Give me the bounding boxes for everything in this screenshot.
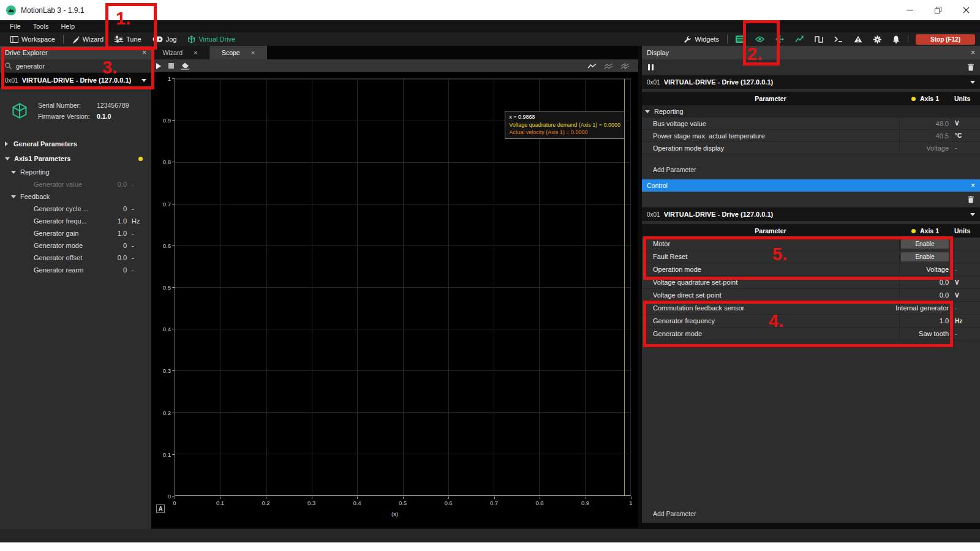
parameter-row-operation-mode-display[interactable]: Operation mode displayVoltage- [642,142,980,154]
motion-widget-button[interactable] [770,32,790,46]
parameter-row-fault-reset[interactable]: Fault ResetEnable [642,250,980,263]
trash-icon[interactable] [968,64,974,71]
tree-group-reporting[interactable]: Reporting [0,166,151,178]
tab-close-icon[interactable]: × [194,49,197,56]
parameter-value-cell[interactable]: Enable [899,238,951,250]
tab-scope[interactable]: Scope× [209,46,267,59]
display-widget-header[interactable]: Display × [642,46,980,59]
parameter-row-motor[interactable]: MotorEnable [642,238,980,250]
param-value[interactable]: 1.0 [105,230,127,237]
parameter-value[interactable]: Saw tooth [919,330,949,337]
param-value[interactable]: 0 [105,242,127,249]
scope-stop-button[interactable] [168,63,174,69]
expand-arrow-icon[interactable] [5,141,8,146]
parameter-value[interactable]: Voltage [926,266,949,273]
parameter-row-bus-voltage-value[interactable]: Bus voltage value48.0V [642,118,980,130]
parameter-value[interactable]: 0.0 [940,291,949,299]
minimize-button[interactable] [895,0,924,20]
stop-button[interactable]: Stop (F12) [916,34,975,45]
control-drive-dropdown[interactable]: 0x01 VIRTUAL-DRIVE - Drive (127.0.0.1) [642,208,980,221]
trash-icon[interactable] [968,196,974,203]
settings-button[interactable] [868,32,887,46]
tree-section-axis1-parameters[interactable]: Axis1 Parameters [0,151,151,166]
parameter-value-cell[interactable]: Voltage [899,263,951,276]
tree-param-generator-frequ[interactable]: Generator frequ...1.0Hz [0,215,151,227]
tree-param-generator-rearm[interactable]: Generator rearm0- [0,264,151,276]
menu-help[interactable]: Help [55,23,81,30]
scope-plot-area[interactable]: (s) A x = 0.9868 Voltage quadrature dema… [151,72,638,528]
collapse-arrow-icon[interactable] [11,171,16,174]
parameter-value-cell[interactable]: 1.0 [899,315,951,327]
scope-clear-icon[interactable] [181,62,189,70]
display-drive-dropdown[interactable]: 0x01 VIRTUAL-DRIVE - Drive (127.0.0.1) [642,75,980,89]
parameter-value-cell[interactable]: Enable [899,250,951,263]
scope-widget-button[interactable] [790,32,809,46]
collapse-arrow-icon[interactable] [5,157,10,160]
pause-icon[interactable] [648,64,654,70]
tune-button[interactable]: Tune [109,32,147,46]
tree-group-feedback[interactable]: Feedback [0,190,151,203]
tree-param-generator-offset[interactable]: Generator offset0.0- [0,252,151,264]
parameter-value-cell[interactable]: 0.0 [899,276,951,288]
jog-button[interactable]: Jog [147,32,183,46]
alerts-button[interactable] [848,32,868,46]
restore-button[interactable] [924,0,952,20]
control-widget-header[interactable]: Control × [642,179,980,192]
table-widget-button[interactable] [730,32,750,46]
drive-explorer-close-icon[interactable]: × [142,48,146,57]
display-close-icon[interactable]: × [971,48,975,57]
parameter-value[interactable]: 1.0 [940,317,949,324]
param-value[interactable]: 0.0 [105,181,127,188]
signal-generator-button[interactable] [809,32,829,46]
motor-enable-button[interactable]: Enable [901,239,949,249]
control-close-icon[interactable]: × [971,181,975,190]
workspace-button[interactable]: Workspace [5,32,61,46]
scope-play-button[interactable] [156,63,161,69]
parameter-row-generator-frequency[interactable]: Generator frequency1.0Hz [642,315,980,328]
parameter-value-cell[interactable]: Internal generator [899,302,951,314]
tree-param-generator-mode[interactable]: Generator mode0- [0,239,151,252]
collapse-arrow-icon[interactable] [11,195,16,198]
parameter-value-cell[interactable]: Saw tooth [899,328,951,340]
fault-reset-enable-button[interactable]: Enable [901,252,949,261]
parameter-row-generator-mode[interactable]: Generator modeSaw tooth- [642,328,980,340]
parameter-row-operation-mode[interactable]: Operation modeVoltage- [642,263,980,276]
notifications-button[interactable] [887,32,905,46]
param-value[interactable]: 0 [105,205,127,212]
add-parameter-link[interactable]: Add Parameter [642,508,696,519]
parameter-value-cell[interactable]: 0.0 [899,289,951,301]
search-input[interactable]: generator [0,59,151,73]
scope-signal-icon[interactable] [587,63,597,69]
menu-tools[interactable]: Tools [27,23,55,30]
parameter-value-cell[interactable]: 40.5 [899,130,951,141]
param-value[interactable]: 0.0 [105,254,127,261]
menu-file[interactable]: File [4,23,27,30]
drive-selector-dropdown[interactable]: 0x01 VIRTUAL-DRIVE - Drive (127.0.0.1) [0,73,151,88]
virtual-drive-button[interactable]: Virtual Drive [182,32,241,46]
group-row-reporting[interactable]: Reporting [642,105,980,118]
parameter-row-power-stage-max-actual-temperature[interactable]: Power stage max. actual temperature40.5°… [642,130,980,142]
tree-param-generator-gain[interactable]: Generator gain1.0- [0,227,151,239]
parameter-row-voltage-direct-set-point[interactable]: Voltage direct set-point0.0V [642,289,980,302]
scope-grid[interactable] [175,78,631,496]
widgets-button[interactable]: Widgets [678,32,725,46]
scope-cursor-line[interactable] [624,79,625,495]
tree-param-generator-value[interactable]: Generator value0.0- [0,178,151,190]
scope-multi-signal-sync-icon[interactable] [620,63,630,69]
parameter-value-cell[interactable]: 48.0 [899,118,951,129]
parameter-value[interactable]: 0.0 [940,279,949,286]
tree-section-general-parameters[interactable]: General Parameters [0,137,151,151]
tree-param-generator-cycle[interactable]: Generator cycle ...0- [0,203,151,215]
tab-close-icon[interactable]: × [251,49,255,56]
wizard-button[interactable]: Wizard [66,32,109,46]
tab-wizard[interactable]: Wizard× [151,46,209,59]
param-value[interactable]: 0 [105,266,127,274]
param-value[interactable]: 1.0 [105,217,127,225]
console-button[interactable] [829,32,848,46]
add-parameter-link[interactable]: Add Parameter [642,164,980,175]
watch-widget-button[interactable] [750,32,770,46]
parameter-row-voltage-quadrature-set-point[interactable]: Voltage quadrature set-point0.0V [642,276,980,289]
parameter-row-commutation-feedback-sensor[interactable]: Commutation feedback sensorInternal gene… [642,302,980,315]
parameter-value-cell[interactable]: Voltage [899,142,951,154]
close-button[interactable] [952,0,980,20]
